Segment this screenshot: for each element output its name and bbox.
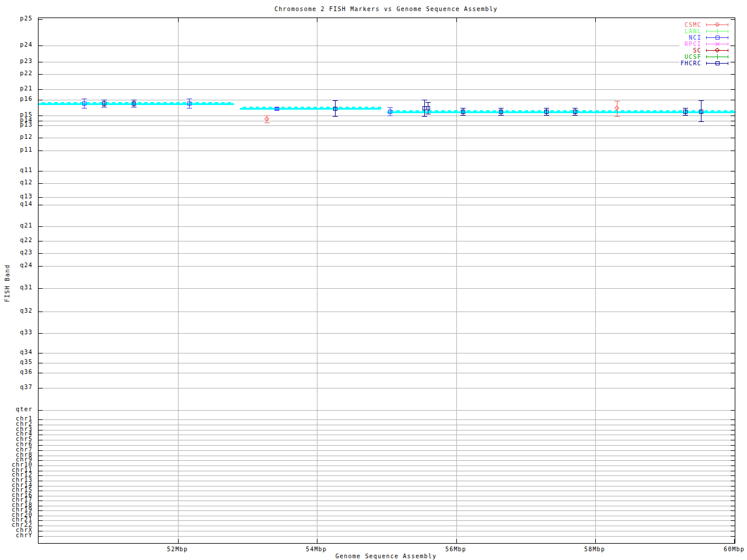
y-tick — [731, 456, 735, 456]
y-gridline — [39, 520, 735, 521]
y-tick-label: chrY — [0, 533, 33, 538]
fhcrc-marker-square — [333, 107, 337, 111]
fhcrc-marker-square — [544, 110, 549, 114]
y-gridline — [39, 410, 735, 411]
x-tick-label: 52Mbp — [157, 546, 198, 552]
fhcrc-marker-square — [699, 110, 703, 114]
x-tick-label: 56Mbp — [435, 546, 476, 552]
legend-marker-square — [715, 36, 720, 40]
legend-cap — [706, 62, 707, 65]
nci-errorbar-cap — [187, 108, 192, 108]
y-tick-label: q22 — [0, 237, 33, 243]
nci-marker-square — [388, 110, 392, 114]
y-gridline — [39, 138, 735, 138]
y-gridline — [39, 419, 735, 420]
y-tick — [731, 388, 735, 388]
y-tick — [731, 460, 735, 461]
legend-marker-plus — [715, 29, 720, 34]
legend-sample — [706, 22, 728, 27]
fhcrc-errorbar-cap — [498, 115, 504, 116]
plot-area — [38, 18, 735, 544]
y-tick — [39, 363, 43, 363]
x-tick-label: 58Mbp — [574, 546, 615, 552]
y-tick-label: q11 — [0, 167, 33, 173]
y-tick — [39, 46, 43, 46]
y-tick — [731, 506, 735, 506]
y-tick — [731, 121, 735, 121]
nci-errorbar-cap — [388, 116, 393, 116]
y-tick — [731, 471, 735, 471]
y-tick — [731, 445, 735, 446]
y-tick — [39, 62, 43, 62]
legend-sample — [706, 29, 728, 34]
y-gridline — [39, 536, 735, 537]
fhcrc-errorbar-cap — [460, 108, 466, 108]
y-tick — [39, 312, 43, 312]
x-gridline — [456, 18, 457, 543]
legend-cap — [728, 62, 728, 65]
y-tick — [39, 430, 43, 430]
y-tick — [731, 516, 735, 516]
y-gridline — [39, 506, 735, 506]
x-tick — [456, 539, 457, 543]
y-gridline — [39, 466, 735, 466]
fhcrc-errorbar-cap — [498, 108, 504, 108]
fhcrc-errorbar-cap — [333, 100, 338, 101]
x-tick-label: 60Mbp — [714, 546, 747, 552]
y-gridline — [39, 74, 735, 75]
y-tick — [731, 253, 735, 254]
legend-label: CSMC — [685, 22, 701, 28]
fhcrc-errorbar-cap — [573, 115, 578, 116]
y-tick — [39, 450, 43, 451]
y-gridline — [39, 510, 735, 511]
legend-cap — [706, 36, 707, 39]
x-tick — [178, 18, 179, 22]
y-gridline — [39, 526, 735, 526]
legend-item: CSMC — [680, 22, 728, 28]
y-gridline — [39, 363, 735, 363]
y-tick — [39, 410, 43, 411]
y-tick — [731, 466, 735, 466]
y-tick — [39, 506, 43, 506]
fhcrc-marker-square — [683, 110, 687, 114]
fhcrc-errorbar-cap — [699, 100, 704, 101]
y-tick — [39, 496, 43, 496]
y-gridline — [39, 425, 735, 425]
x-tick — [595, 18, 596, 22]
y-tick — [39, 491, 43, 491]
legend-item: RPCI — [680, 41, 728, 47]
y-gridline — [39, 150, 735, 151]
fhcrc-errorbar-cap — [460, 115, 466, 116]
y-tick — [39, 520, 43, 521]
y-tick-label: qter — [0, 407, 33, 412]
fhcrc-marker-square — [499, 110, 503, 114]
y-tick — [731, 419, 735, 420]
y-gridline — [39, 100, 735, 100]
y-gridline — [39, 445, 735, 446]
nci-errorbar-cap — [388, 107, 393, 108]
fish-band-segment — [387, 110, 735, 113]
y-tick-label: q36 — [0, 369, 33, 375]
legend-item: SC — [680, 47, 728, 54]
y-tick — [39, 226, 43, 227]
fish-band-segment — [240, 107, 381, 110]
fhcrc-marker-square — [132, 102, 136, 106]
y-tick — [39, 288, 43, 289]
y-tick — [731, 373, 735, 373]
y-tick-label: q37 — [0, 384, 33, 390]
y-tick — [731, 288, 735, 289]
y-tick — [731, 510, 735, 511]
y-gridline — [39, 288, 735, 289]
x-tick — [734, 539, 735, 543]
y-tick — [731, 150, 735, 151]
fhcrc-errorbar-cap — [131, 100, 137, 100]
legend-marker-plus — [715, 54, 720, 60]
fhcrc-errorbar-cap — [102, 100, 107, 100]
y-gridline — [39, 312, 735, 312]
fhcrc-marker-square — [102, 102, 106, 106]
y-tick — [731, 526, 735, 526]
y-gridline — [39, 388, 735, 388]
y-tick-label: q32 — [0, 308, 33, 314]
y-tick-label: p22 — [0, 71, 33, 76]
y-tick — [39, 266, 43, 267]
